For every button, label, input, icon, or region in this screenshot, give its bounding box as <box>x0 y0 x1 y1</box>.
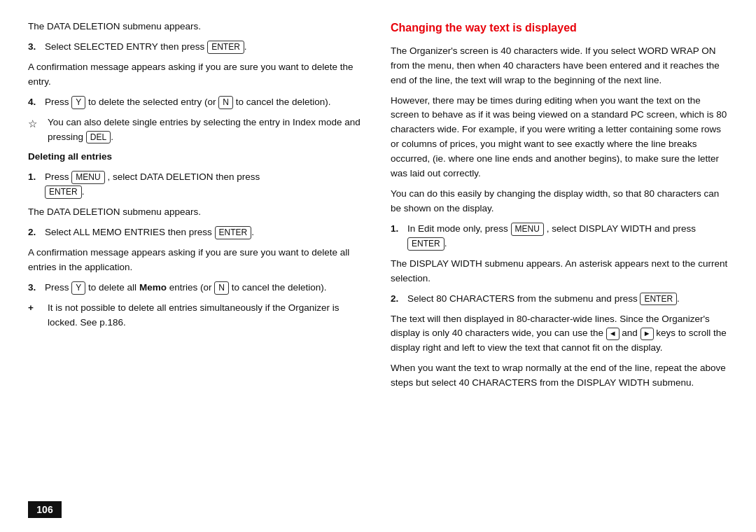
n-key-1: N <box>218 96 233 109</box>
right-step-1-middle: , select DISPLAY WIDTH and press <box>547 223 696 234</box>
step-4-middle: to delete the selected entry (or <box>88 97 216 107</box>
bullet-item-1: ☆ You can also delete single entries by … <box>28 115 365 145</box>
del-step-3-num: 3. <box>28 281 39 295</box>
footer: 106 <box>28 501 728 518</box>
data-deletion-text: The DATA DELETION submenu appears. <box>28 205 365 220</box>
step-4-item: 4. Press Y to delete the selected entry … <box>28 95 365 110</box>
del-step-1-before: Press <box>45 172 69 182</box>
right-step-2-num: 2. <box>391 292 402 307</box>
del-step-1-item: 1. Press MENU , select DATA DELETION the… <box>28 170 365 200</box>
left-column: The DATA DELETION submenu appears. 3. Se… <box>28 20 365 497</box>
del-step-2-num: 2. <box>28 225 39 240</box>
right-step-1-before: In Edit mode only, press <box>407 223 508 234</box>
step-4-content: Press Y to delete the selected entry (or… <box>45 95 365 110</box>
step-4-num: 4. <box>28 95 39 110</box>
right-para-2: However, there may be times during editi… <box>391 94 728 182</box>
intro-text: The DATA DELETION submenu appears. <box>28 20 365 34</box>
confirmation-text: A confirmation message appears asking if… <box>28 60 365 90</box>
n-key-2: N <box>214 281 229 295</box>
y-key-2: Y <box>71 281 85 295</box>
right-para-3: You can do this easily by changing the d… <box>391 187 728 216</box>
display-width-text: The DISPLAY WIDTH submenu appears. An as… <box>391 257 728 286</box>
step-3-item: 3. Select SELECTED ENTRY then press ENTE… <box>28 40 365 55</box>
step-3-num: 3. <box>28 40 39 55</box>
del-step-3-middle: to delete all <box>88 282 136 293</box>
step-3-text: Select SELECTED ENTRY then press <box>45 41 204 52</box>
right-step-2-text: Select 80 CHARACTERS from the submenu an… <box>407 293 638 304</box>
right-para-4-and: and <box>622 328 638 338</box>
del-step-1-middle: , select DATA DELETION then press <box>107 172 260 182</box>
right-column: Changing the way text is displayed The O… <box>391 20 728 497</box>
del-step-3-after: to cancel the deletion). <box>232 282 327 293</box>
plus-icon: + <box>28 301 41 330</box>
enter-key-3: ENTER <box>215 226 252 239</box>
right-step-1-item: 1. In Edit mode only, press MENU , selec… <box>391 222 728 251</box>
plus-item: + It is not possible to delete all entri… <box>28 301 365 330</box>
del-step-1-num: 1. <box>28 170 39 200</box>
right-step-1-num: 1. <box>391 222 402 251</box>
enter-key-1: ENTER <box>207 41 244 54</box>
enter-key-2: ENTER <box>45 186 82 199</box>
right-para-4: The text will then displayed in 80-chara… <box>391 312 728 356</box>
menu-key-1: MENU <box>71 171 104 184</box>
enter-key-5: ENTER <box>640 293 677 306</box>
enter-key-4: ENTER <box>407 237 444 251</box>
del-step-3-item: 3. Press Y to delete all Memo entries (o… <box>28 281 365 295</box>
page-number: 106 <box>28 501 62 518</box>
del-step-3-end: entries (or <box>169 282 212 293</box>
section-title: Changing the way text is displayed <box>391 20 728 37</box>
right-step-2-content: Select 80 CHARACTERS from the submenu an… <box>407 292 728 307</box>
confirmation2-text: A confirmation message appears asking if… <box>28 246 365 275</box>
plus-content: It is not possible to delete all entries… <box>48 301 365 330</box>
lightbulb-icon: ☆ <box>28 115 41 145</box>
y-key-1: Y <box>71 96 85 109</box>
right-step-2-item: 2. Select 80 CHARACTERS from the submenu… <box>391 292 728 307</box>
right-step-1-content: In Edit mode only, press MENU , select D… <box>407 222 728 251</box>
menu-key-2: MENU <box>511 223 544 236</box>
step-4-before: Press <box>45 97 69 107</box>
del-key: DEL <box>86 131 111 144</box>
right-para-5: When you want the text to wrap normally … <box>391 361 728 391</box>
step-4-after: to cancel the deletion). <box>236 97 331 107</box>
del-step-1-content: Press MENU , select DATA DELETION then p… <box>45 170 365 200</box>
right-para-1: The Organizer's screen is 40 characters … <box>391 44 728 88</box>
del-step-3-before: Press <box>45 282 69 293</box>
right-arrow-key: ► <box>640 328 654 340</box>
del-step-3-content: Press Y to delete all Memo entries (or N… <box>45 281 365 295</box>
columns: The DATA DELETION submenu appears. 3. Se… <box>28 20 728 497</box>
bullet-content: You can also delete single entries by se… <box>48 115 365 145</box>
left-arrow-key: ◄ <box>606 328 620 340</box>
page: The DATA DELETION submenu appears. 3. Se… <box>0 0 756 532</box>
section-heading: Deleting all entries <box>28 150 365 164</box>
step-3-content: Select SELECTED ENTRY then press ENTER. <box>45 40 365 55</box>
del-step-2-content: Select ALL MEMO ENTRIES then press ENTER… <box>45 225 365 240</box>
del-step-2-text: Select ALL MEMO ENTRIES then press <box>45 227 212 237</box>
memo-bold: Memo <box>139 282 167 293</box>
del-step-2-item: 2. Select ALL MEMO ENTRIES then press EN… <box>28 225 365 240</box>
